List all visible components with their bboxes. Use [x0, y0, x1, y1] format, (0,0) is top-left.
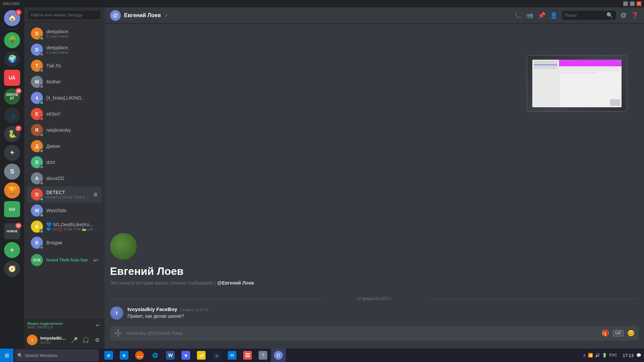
search-icon: 🔍	[606, 12, 613, 18]
server-icon-home[interactable]: 🏠 8	[4, 10, 20, 26]
screen-share-btn[interactable]: ↩	[94, 257, 98, 263]
dm-item-dm-dzirt[interactable]: d dzirt	[27, 154, 102, 170]
screen-share-thumbnail	[527, 55, 627, 112]
video-button[interactable]: 📹	[526, 12, 533, 19]
tray-volume[interactable]: 🔊	[595, 353, 600, 358]
message-content: tvoysladkiy FaceBoy Сегодня, в 17:12 При…	[127, 306, 639, 320]
add-attachment-button[interactable]: ➕	[114, 326, 122, 341]
taskbar-app-photo[interactable]: 🖼	[240, 349, 255, 362]
emoji-button[interactable]: 😊	[627, 329, 635, 337]
dm-gta-label: Grand Theft Auto San	[46, 258, 90, 262]
voice-connected-label: Видео подключено	[28, 321, 63, 325]
dm-item-dm-4brata[interactable]: 4 [4_brata].LIKING.	[27, 90, 102, 106]
taskbar-app-steam[interactable]: ♨	[209, 349, 224, 362]
dm-info: DETECT Играет в Grand Theft Auto S...	[46, 190, 90, 199]
dm-info: ratajkowsky	[46, 127, 98, 133]
voice-disconnect-button[interactable]: ↩	[94, 322, 101, 329]
chat-intro: Евгений Лоев Это начало истории ваших ли…	[110, 233, 639, 291]
start-button[interactable]: ⊞	[0, 349, 13, 362]
taskbar-search[interactable]: 🔍 Search Windows	[15, 349, 99, 361]
gif-button[interactable]: GIF	[613, 330, 623, 336]
chat-input[interactable]	[126, 327, 598, 340]
server-icon-grove[interactable]: GROVEST 38	[4, 88, 20, 105]
dm-info: e63s///	[46, 111, 98, 117]
server-icon-planet[interactable]: 🌍	[4, 51, 20, 67]
screen-share-icon: 🖥	[93, 192, 98, 197]
tray-language[interactable]: РУС	[609, 353, 617, 358]
chat-header-status-icon: ✔	[164, 13, 168, 18]
server-icon-space[interactable]: 🌑	[4, 107, 20, 123]
taskbar-app-ie[interactable]: e	[101, 349, 116, 362]
call-button[interactable]: 📞	[514, 12, 521, 19]
user-info: tvoysladkiy ... #4712	[40, 336, 67, 345]
maximize-button[interactable]: □	[630, 1, 635, 6]
dm-search-input[interactable]	[28, 11, 101, 19]
add-server-button[interactable]: +	[4, 242, 20, 258]
voice-game-label: Nees, AM3R1CA	[28, 325, 63, 329]
tray-battery: 🔋	[602, 353, 607, 358]
deafen-button[interactable]: 🎧	[81, 335, 91, 345]
explore-servers-button[interactable]: 🧭	[4, 261, 20, 277]
taskbar-app-edge[interactable]: e	[117, 349, 131, 362]
dm-info: 💙 bG.DeathLike(Ko... 💙 UA 🚫 Я ЗА ТТМ 🇺🇦 …	[46, 222, 98, 232]
server-icon-snake[interactable]: 🐍 27	[4, 126, 20, 142]
dm-item-dm-bg[interactable]: b 💙 bG.DeathLike(Ko... 💙 UA 🚫 Я ЗА ТТМ 🇺…	[27, 219, 102, 235]
dm-name: DETECT	[46, 190, 90, 195]
dm-name: 💙 bG.DeathLike(Ko...	[46, 222, 98, 227]
server-icon-new[interactable]: НОВОЕ 55	[4, 223, 20, 239]
dm-gta-avatar: GTA	[31, 254, 43, 266]
dm-item-dm-detect[interactable]: D DETECT Играет в Grand Theft Auto S... …	[27, 186, 102, 202]
server-icon-trophy[interactable]: 🏆	[4, 182, 20, 198]
user-name: tvoysladkiy ...	[40, 336, 67, 341]
taskbar-app-explorer[interactable]: 📁	[194, 349, 209, 362]
taskbar-app-star[interactable]: ★	[178, 349, 193, 362]
minimize-button[interactable]: –	[623, 1, 628, 6]
taskbar-app-chrome[interactable]: 🌐	[148, 349, 162, 362]
dm-item-dm-deepplace1[interactable]: d deepplace. 2 участников	[27, 25, 102, 42]
mention-button[interactable]: @	[621, 12, 627, 19]
dm-item-dm-jeki[interactable]: Д Джеки	[27, 138, 102, 154]
dm-item-gta[interactable]: GTA Grand Theft Auto San ↩	[27, 252, 102, 268]
dm-avatar: M	[31, 76, 43, 88]
dm-item-dm-e63s[interactable]: e e63s///	[27, 106, 102, 122]
dm-avatar: d	[31, 156, 43, 168]
chat-search-bar[interactable]: 🔍	[562, 11, 616, 20]
server-icon-gv[interactable]: GV	[4, 201, 20, 217]
server-icon-s[interactable]: S	[4, 164, 20, 180]
dm-item-dm-taylo[interactable]: Т Тай Ло	[27, 58, 102, 74]
tray-chevron[interactable]: ∧	[583, 353, 586, 358]
message-text: Привет, как делав школе?	[127, 313, 639, 320]
taskbar-app-mail[interactable]: ✉	[225, 349, 239, 362]
taskbar-clock[interactable]: 17:13	[623, 353, 634, 358]
mute-button[interactable]: 🎤	[70, 335, 79, 345]
dm-gta-info: Grand Theft Auto San	[46, 258, 90, 262]
gift-button[interactable]: 🎁	[602, 329, 609, 337]
taskbar: ⊞ 🔍 Search Windows e e 🦊 🌐 W ★ 📁 ♨ ✉	[0, 349, 644, 362]
dm-item-dm-ratajkowsky[interactable]: r ratajkowsky	[27, 122, 102, 138]
taskbar-app-discord[interactable]: D	[271, 349, 286, 362]
close-button[interactable]: ✕	[637, 1, 641, 6]
dm-info: deepplace. 2 участников	[46, 45, 98, 54]
dm-item-dm-vladik[interactable]: В Владик	[27, 235, 102, 251]
taskbar-app-firefox[interactable]: 🦊	[132, 349, 147, 362]
pin-button[interactable]: 📌	[538, 12, 545, 19]
dm-avatar: Т	[31, 60, 43, 72]
server-icon-special[interactable]: ✦	[4, 145, 20, 161]
dm-item-dm-mother[interactable]: M Mother	[27, 74, 102, 90]
dm-name: Джеки	[46, 143, 98, 149]
dm-name: e63s///	[46, 111, 98, 117]
dm-item-dm-deepplace2[interactable]: d deepplace. 2 участников	[27, 42, 102, 58]
add-member-button[interactable]: 👤	[550, 12, 557, 19]
server-icon-red[interactable]: UÀ	[4, 70, 20, 86]
server-icon-gta[interactable]: 🌳	[4, 32, 20, 48]
taskbar-app-word[interactable]: W	[163, 349, 178, 362]
dm-item-dm-westside[interactable]: W WestSide.	[27, 202, 102, 219]
dm-name: WestSide.	[46, 208, 98, 213]
chat-search-input[interactable]	[565, 13, 604, 18]
tray-notification[interactable]: 💬	[636, 353, 641, 358]
help-button[interactable]: ❓	[631, 12, 639, 19]
dm-sidebar: d deepplace. 2 участников d deepplace. 2…	[24, 7, 105, 349]
taskbar-app-unknown[interactable]: ?	[256, 349, 270, 362]
settings-button[interactable]: ⚙	[93, 335, 102, 345]
dm-item-dm-alouxdd[interactable]: a alouxDD	[27, 170, 102, 186]
